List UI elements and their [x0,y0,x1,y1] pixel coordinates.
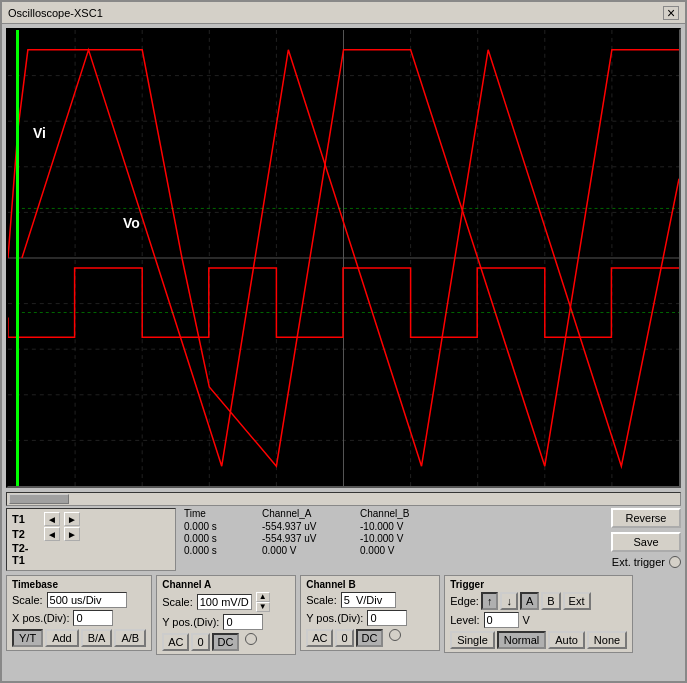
save-button[interactable]: Save [611,532,681,552]
channel-a-scale-row: Scale: ▲ ▼ [162,592,290,612]
header-row: Time Channel_A Channel_B [184,508,440,519]
t2t1-label: T2-T1 [12,542,40,566]
t1-left-btn[interactable]: ◄ [44,512,60,526]
t1-time-val: 0.000 s [184,521,254,532]
channel-b-section: Channel B Scale: Y pos.(Div): AC 0 DC [300,575,440,651]
channel-a-section: Channel A Scale: ▲ ▼ Y pos.(Div): AC 0 [156,575,296,655]
timebase-label: Timebase [12,579,146,590]
channel-a-section-label: Channel A [162,579,290,590]
level-input[interactable] [484,612,519,628]
trigger-chan-a-btn[interactable]: A [520,592,539,610]
xpos-input[interactable] [73,610,113,626]
timebase-scale-label: Scale: [12,594,43,606]
none-btn[interactable]: None [587,631,627,649]
ext-trigger-row: Ext. trigger [612,556,681,568]
chb-scale-label: Scale: [306,594,337,606]
oscilloscope-window: Oscilloscope-XSC1 × Vi Vo [0,0,687,683]
ab-button[interactable]: A/B [114,629,146,647]
trigger-chan-b-btn[interactable]: B [541,592,560,610]
v-unit-label: V [523,614,530,626]
reverse-button[interactable]: Reverse [611,508,681,528]
channel-a-spin: ▲ ▼ [256,592,270,612]
cursor-t2t1-row: T2-T1 [12,542,170,566]
channel-b-label: Vo [123,215,140,231]
t1-values-row: 0.000 s -554.937 uV -10.000 V [184,521,440,532]
trigger-ext-btn[interactable]: Ext [563,592,591,610]
timebase-scale-input[interactable] [47,592,127,608]
t2-values-row: 0.000 s -554.937 uV -10.000 V [184,533,440,544]
channel-b-ypos-row: Y pos.(Div): [306,610,434,626]
chb-ypos-label: Y pos.(Div): [306,612,363,624]
measurement-table: Time Channel_A Channel_B 0.000 s -554.93… [184,508,440,556]
t2t1-values-row: 0.000 s 0.000 V 0.000 V [184,545,440,556]
horizontal-scrollbar[interactable] [6,492,681,506]
scrollbar-thumb[interactable] [9,494,69,504]
channel-a-spin-up[interactable]: ▲ [256,592,270,602]
auto-btn[interactable]: Auto [548,631,585,649]
t2-label: T2 [12,528,40,540]
level-label: Level: [450,614,479,626]
t2-right-btn[interactable]: ► [64,527,80,541]
edge-falling-btn[interactable]: ↓ [500,592,518,610]
green-marker [16,30,19,486]
trigger-label: Trigger [450,579,627,590]
close-button[interactable]: × [663,6,679,20]
channel-a-ypos-input[interactable] [223,614,263,630]
xpos-label: X pos.(Div): [12,612,69,624]
chb-zero-button[interactable]: 0 [335,629,353,647]
cursor-t1-row: T1 ◄ ► [12,512,170,526]
bottom-controls: Timebase Scale: X pos.(Div): Y/T Add B/A… [6,575,681,655]
t1-chan-a-val: -554.937 uV [262,521,352,532]
t2t1-chan-b-val: 0.000 V [360,545,440,556]
t1-right-btn[interactable]: ► [64,512,80,526]
channel-a-coupling-row: AC 0 DC [162,633,290,651]
channel-a-spin-down[interactable]: ▼ [256,602,270,612]
t2-left-btn[interactable]: ◄ [44,527,60,541]
cha-scale-label: Scale: [162,596,193,608]
channel-a-label: Vi [33,125,46,141]
chb-dc-button[interactable]: DC [356,629,384,647]
reverse-save-panel: Reverse Save Ext. trigger [611,508,681,568]
title-bar: Oscilloscope-XSC1 × [2,2,685,24]
add-button[interactable]: Add [45,629,79,647]
channel-b-scale-input[interactable] [341,592,396,608]
time-header: Time [184,508,254,519]
ba-button[interactable]: B/A [81,629,113,647]
t2-time-val: 0.000 s [184,533,254,544]
cha-dc-button[interactable]: DC [212,633,240,651]
channel-b-scale-row: Scale: [306,592,434,608]
edge-label: Edge: [450,595,479,607]
cha-radio[interactable] [245,633,257,645]
timebase-mode-row: Y/T Add B/A A/B [12,629,146,647]
window-title: Oscilloscope-XSC1 [8,7,103,19]
chb-ac-button[interactable]: AC [306,629,333,647]
cha-ypos-label: Y pos.(Div): [162,616,219,628]
chb-radio[interactable] [389,629,401,641]
cursor-t2-row: T2 ◄ ► [12,527,170,541]
t1-chan-b-val: -10.000 V [360,521,440,532]
controls-area: T1 ◄ ► T2 ◄ ► T2-T1 Time Channel_A [6,508,681,679]
top-controls: T1 ◄ ► T2 ◄ ► T2-T1 Time Channel_A [6,508,681,571]
channel-b-ypos-input[interactable] [367,610,407,626]
cha-zero-button[interactable]: 0 [191,633,209,651]
channel-a-scale-input[interactable] [197,594,252,610]
timebase-section: Timebase Scale: X pos.(Div): Y/T Add B/A… [6,575,152,651]
cha-ac-button[interactable]: AC [162,633,189,651]
channel-a-header: Channel_A [262,508,352,519]
waveform-display [8,30,679,486]
channel-b-coupling-row: AC 0 DC [306,629,434,647]
yt-button[interactable]: Y/T [12,629,43,647]
timebase-xpos-row: X pos.(Div): [12,610,146,626]
trigger-edge-row: Edge: ↑ ↓ A B Ext [450,592,627,610]
channel-b-section-label: Channel B [306,579,434,590]
normal-btn[interactable]: Normal [497,631,546,649]
edge-rising-btn[interactable]: ↑ [481,592,499,610]
trigger-level-row: Level: V [450,612,627,628]
ext-trigger-radio[interactable] [669,556,681,568]
t2-chan-a-val: -554.937 uV [262,533,352,544]
t1-label: T1 [12,513,40,525]
single-btn[interactable]: Single [450,631,495,649]
t2t1-time-val: 0.000 s [184,545,254,556]
trigger-mode-row: Single Normal Auto None [450,631,627,649]
timebase-scale-row: Scale: [12,592,146,608]
